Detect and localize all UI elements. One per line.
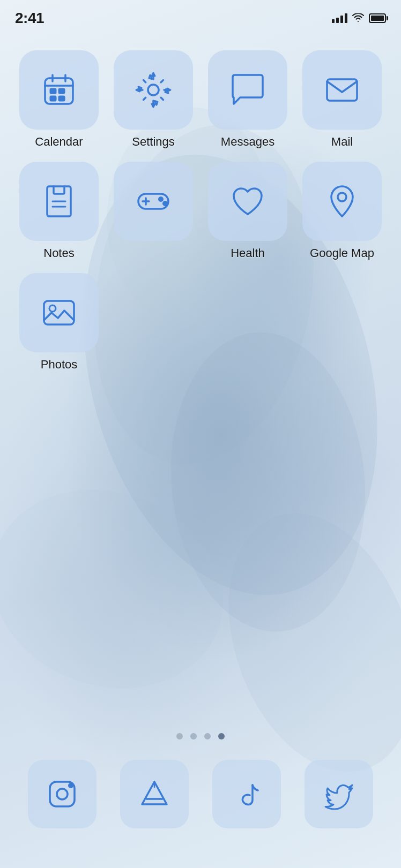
svg-point-14 [148,85,159,95]
messages-label: Messages [221,135,274,149]
health-icon [208,162,287,241]
app-health[interactable]: Health [205,162,291,260]
app-settings[interactable]: Settings [110,50,196,149]
notes-label: Notes [43,246,74,260]
game-icon [114,162,193,241]
svg-rect-10 [50,89,56,93]
settings-label: Settings [132,135,175,149]
status-bar: 2:41 [0,0,401,29]
dock [0,752,401,836]
svg-point-25 [49,305,56,312]
svg-rect-11 [59,89,64,93]
battery-icon [369,13,386,23]
dock-appstore[interactable] [120,760,189,828]
signal-icon [332,13,347,23]
tiktok-icon [212,760,281,828]
messages-icon [208,50,287,130]
page-dot-3[interactable] [204,733,211,739]
app-notes[interactable]: Notes [16,162,102,260]
app-mail[interactable]: Mail [299,50,385,149]
page-dot-2[interactable] [190,733,197,739]
mail-label: Mail [331,135,353,149]
dock-twitter[interactable] [305,760,373,828]
status-time: 2:41 [15,10,44,27]
app-game[interactable] [110,162,196,260]
photos-icon [19,273,99,352]
health-label: Health [231,246,265,260]
svg-point-27 [57,789,68,799]
dock-tiktok[interactable] [212,760,281,828]
page-dot-1[interactable] [176,733,183,739]
svg-rect-15 [327,79,357,101]
twitter-icon [305,760,373,828]
appstore-icon [120,760,189,828]
svg-point-21 [159,198,163,201]
svg-point-28 [69,784,73,788]
settings-icon [114,50,193,130]
page-dot-4[interactable] [218,733,225,739]
dock-instagram[interactable] [28,760,96,828]
app-calendar[interactable]: Calendar [16,50,102,149]
photos-label: Photos [41,358,78,372]
notes-icon [19,162,99,241]
calendar-icon [19,50,99,130]
googlemap-label: Google Map [310,246,374,260]
app-googlemap[interactable]: Google Map [299,162,385,260]
mail-icon [302,50,382,130]
svg-point-23 [338,193,346,201]
svg-rect-13 [59,96,64,101]
wifi-icon [352,13,365,23]
svg-rect-24 [44,301,74,324]
page-dots [0,733,401,739]
calendar-label: Calendar [35,135,83,149]
instagram-icon [28,760,96,828]
status-icons [332,13,386,23]
dock-area [0,733,401,836]
app-messages[interactable]: Messages [205,50,291,149]
googlemap-icon [302,162,382,241]
app-photos[interactable]: Photos [16,273,102,372]
app-grid: Calendar Settings Messages [0,29,401,372]
svg-rect-12 [50,96,56,101]
svg-point-22 [164,202,167,206]
